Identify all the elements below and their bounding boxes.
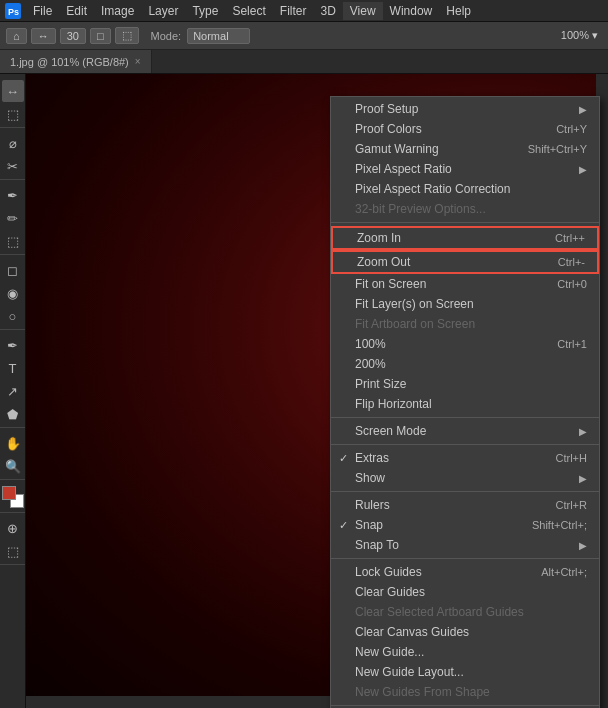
menu-item-show[interactable]: Show ▶ bbox=[331, 468, 599, 488]
gradient-tool[interactable]: ◉ bbox=[2, 282, 24, 304]
tool-group-vector: ✒ T ↗ ⬟ bbox=[0, 332, 25, 428]
menu-3d[interactable]: 3D bbox=[313, 2, 342, 20]
divider-6 bbox=[331, 705, 599, 706]
divider-5 bbox=[331, 558, 599, 559]
menu-file[interactable]: File bbox=[26, 2, 59, 20]
menu-item-pixel-aspect-correction[interactable]: Pixel Aspect Ratio Correction bbox=[331, 179, 599, 199]
menu-item-lock-guides[interactable]: Lock Guides Alt+Ctrl+; bbox=[331, 562, 599, 582]
snap-checkmark: ✓ bbox=[339, 519, 348, 532]
menu-select[interactable]: Select bbox=[225, 2, 272, 20]
menu-item-fit-layers[interactable]: Fit Layer(s) on Screen bbox=[331, 294, 599, 314]
tool-group-lasso: ⌀ ✂ bbox=[0, 130, 25, 180]
quick-mask-tool[interactable]: ⊕ bbox=[2, 517, 24, 539]
toolbar: ↔ ⬚ ⌀ ✂ ✒ ✏ ⬚ ◻ ◉ ○ ✒ T ↗ ⬟ ✋ 🔍 bbox=[0, 74, 26, 708]
menu-filter[interactable]: Filter bbox=[273, 2, 314, 20]
divider-2 bbox=[331, 417, 599, 418]
menu-item-screen-mode[interactable]: Screen Mode ▶ bbox=[331, 421, 599, 441]
menu-item-proof-setup[interactable]: Proof Setup ▶ bbox=[331, 99, 599, 119]
tool-group-paint: ✒ ✏ ⬚ bbox=[0, 182, 25, 255]
app-logo: Ps bbox=[4, 2, 22, 20]
menu-item-new-guides-from-shape: New Guides From Shape bbox=[331, 682, 599, 702]
brush-tool[interactable]: ✏ bbox=[2, 207, 24, 229]
menu-item-200pct[interactable]: 200% bbox=[331, 354, 599, 374]
zoom-tool[interactable]: 🔍 bbox=[2, 455, 24, 477]
svg-text:Ps: Ps bbox=[8, 7, 19, 17]
move-tool[interactable]: ↔ bbox=[2, 80, 24, 102]
path-tool[interactable]: ↗ bbox=[2, 380, 24, 402]
menu-edit[interactable]: Edit bbox=[59, 2, 94, 20]
menu-view[interactable]: View bbox=[343, 2, 383, 20]
tool-group-colors bbox=[0, 482, 25, 513]
menu-item-new-guide-layout[interactable]: New Guide Layout... bbox=[331, 662, 599, 682]
menu-image[interactable]: Image bbox=[94, 2, 141, 20]
tool-options-1[interactable]: ↔ bbox=[31, 28, 56, 44]
foreground-color-swatch[interactable] bbox=[2, 486, 16, 500]
menu-layer[interactable]: Layer bbox=[141, 2, 185, 20]
menu-item-zoom-out[interactable]: Zoom Out Ctrl+- bbox=[331, 250, 599, 274]
options-bar: ⌂ ↔ 30 □ ⬚ Mode: Normal 100% ▾ bbox=[0, 22, 608, 50]
menu-item-clear-guides[interactable]: Clear Guides bbox=[331, 582, 599, 602]
marquee-tool[interactable]: ⬚ bbox=[2, 103, 24, 125]
screen-mode-tool[interactable]: ⬚ bbox=[2, 540, 24, 562]
zoom-display: 100% ▾ bbox=[561, 29, 598, 42]
stamp-tool[interactable]: ⬚ bbox=[2, 230, 24, 252]
divider-4 bbox=[331, 491, 599, 492]
tool-group-extra: ⊕ ⬚ bbox=[0, 515, 25, 565]
eyedropper-tool[interactable]: ✒ bbox=[2, 184, 24, 206]
menu-item-new-guide[interactable]: New Guide... bbox=[331, 642, 599, 662]
menu-window[interactable]: Window bbox=[383, 2, 440, 20]
pen-tool[interactable]: ✒ bbox=[2, 334, 24, 356]
menu-item-snap[interactable]: ✓ Snap Shift+Ctrl+; bbox=[331, 515, 599, 535]
extras-checkmark: ✓ bbox=[339, 452, 348, 465]
divider-1 bbox=[331, 222, 599, 223]
menu-item-flip-horizontal[interactable]: Flip Horizontal bbox=[331, 394, 599, 414]
eraser-tool[interactable]: ◻ bbox=[2, 259, 24, 281]
menu-help[interactable]: Help bbox=[439, 2, 478, 20]
tool-options-3[interactable]: ⬚ bbox=[115, 27, 139, 44]
brush-size[interactable]: 30 bbox=[60, 28, 86, 44]
menu-item-32bit-preview: 32-bit Preview Options... bbox=[331, 199, 599, 219]
home-button[interactable]: ⌂ bbox=[6, 28, 27, 44]
menu-item-proof-colors[interactable]: Proof Colors Ctrl+Y bbox=[331, 119, 599, 139]
menu-bar: Ps File Edit Image Layer Type Select Fil… bbox=[0, 0, 608, 22]
tab-bar: 1.jpg @ 101% (RGB/8#) × bbox=[0, 50, 608, 74]
tool-group-navigate: ✋ 🔍 bbox=[0, 430, 25, 480]
menu-item-zoom-in[interactable]: Zoom In Ctrl++ bbox=[331, 226, 599, 250]
shape-tool[interactable]: ⬟ bbox=[2, 403, 24, 425]
menu-item-print-size[interactable]: Print Size bbox=[331, 374, 599, 394]
menu-item-fit-on-screen[interactable]: Fit on Screen Ctrl+0 bbox=[331, 274, 599, 294]
menu-item-clear-canvas-guides[interactable]: Clear Canvas Guides bbox=[331, 622, 599, 642]
divider-3 bbox=[331, 444, 599, 445]
view-dropdown-menu: Proof Setup ▶ Proof Colors Ctrl+Y Gamut … bbox=[330, 96, 600, 708]
menu-item-100pct[interactable]: 100% Ctrl+1 bbox=[331, 334, 599, 354]
type-tool[interactable]: T bbox=[2, 357, 24, 379]
crop-tool[interactable]: ✂ bbox=[2, 155, 24, 177]
tool-group-selection: ↔ ⬚ bbox=[0, 78, 25, 128]
menu-item-snap-to[interactable]: Snap To ▶ bbox=[331, 535, 599, 555]
menu-type[interactable]: Type bbox=[185, 2, 225, 20]
tab-close-button[interactable]: × bbox=[135, 56, 141, 67]
mode-select[interactable]: Normal bbox=[187, 28, 249, 44]
menu-item-gamut-warning[interactable]: Gamut Warning Shift+Ctrl+Y bbox=[331, 139, 599, 159]
mode-label: Mode: bbox=[151, 30, 182, 42]
lasso-tool[interactable]: ⌀ bbox=[2, 132, 24, 154]
tool-options-2[interactable]: □ bbox=[90, 28, 111, 44]
menu-item-pixel-aspect-ratio[interactable]: Pixel Aspect Ratio ▶ bbox=[331, 159, 599, 179]
color-swatches[interactable] bbox=[2, 486, 24, 508]
menu-item-fit-artboard: Fit Artboard on Screen bbox=[331, 314, 599, 334]
menu-item-extras[interactable]: ✓ Extras Ctrl+H bbox=[331, 448, 599, 468]
main-area: ↔ ⬚ ⌀ ✂ ✒ ✏ ⬚ ◻ ◉ ○ ✒ T ↗ ⬟ ✋ 🔍 bbox=[0, 74, 608, 708]
tool-group-history: ◻ ◉ ○ bbox=[0, 257, 25, 330]
dodge-tool[interactable]: ○ bbox=[2, 305, 24, 327]
menu-item-clear-selected-artboard: Clear Selected Artboard Guides bbox=[331, 602, 599, 622]
hand-tool[interactable]: ✋ bbox=[2, 432, 24, 454]
menu-item-rulers[interactable]: Rulers Ctrl+R bbox=[331, 495, 599, 515]
document-tab[interactable]: 1.jpg @ 101% (RGB/8#) × bbox=[0, 50, 152, 73]
tab-label: 1.jpg @ 101% (RGB/8#) bbox=[10, 56, 129, 68]
